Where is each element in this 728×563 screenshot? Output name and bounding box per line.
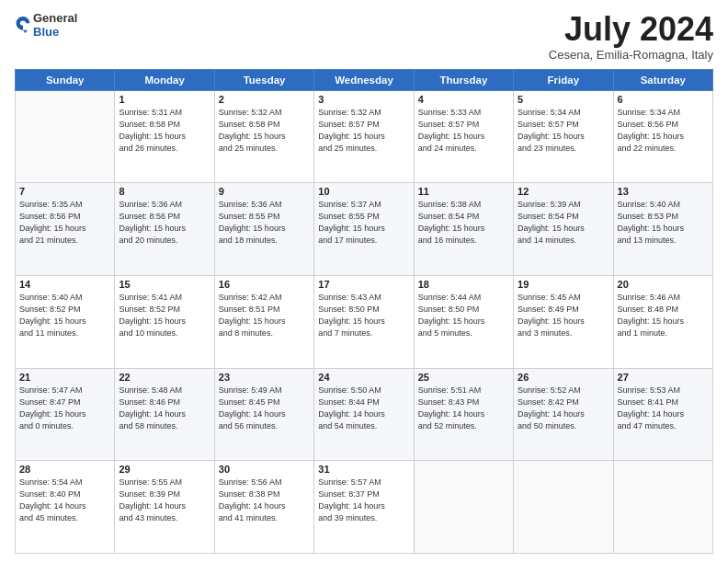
day-number: 26 [518,372,609,383]
table-row: 26Sunrise: 5:52 AM Sunset: 8:42 PM Dayli… [514,368,613,461]
day-info: Sunrise: 5:56 AM Sunset: 8:38 PM Dayligh… [219,477,310,524]
table-row: 19Sunrise: 5:45 AM Sunset: 8:49 PM Dayli… [514,275,613,368]
day-number: 16 [219,279,310,290]
day-number: 19 [518,279,609,290]
table-row: 30Sunrise: 5:56 AM Sunset: 8:38 PM Dayli… [214,461,313,554]
table-row: 16Sunrise: 5:42 AM Sunset: 8:51 PM Dayli… [214,275,313,368]
day-info: Sunrise: 5:32 AM Sunset: 8:57 PM Dayligh… [318,107,409,155]
table-row: 14Sunrise: 5:40 AM Sunset: 8:52 PM Dayli… [16,275,115,368]
day-info: Sunrise: 5:33 AM Sunset: 8:57 PM Dayligh… [418,107,509,155]
day-number: 20 [618,279,709,290]
table-row: 22Sunrise: 5:48 AM Sunset: 8:46 PM Dayli… [115,368,214,461]
day-info: Sunrise: 5:36 AM Sunset: 8:55 PM Dayligh… [219,199,310,247]
day-info: Sunrise: 5:50 AM Sunset: 8:44 PM Dayligh… [318,385,409,432]
day-number: 6 [618,94,709,105]
table-row: 5Sunrise: 5:34 AM Sunset: 8:57 PM Daylig… [514,90,613,183]
col-monday: Monday [115,69,214,90]
day-number: 21 [19,372,110,383]
day-number: 25 [418,372,509,383]
day-number: 28 [19,464,110,475]
logo-text: General Blue [33,11,77,39]
day-info: Sunrise: 5:43 AM Sunset: 8:50 PM Dayligh… [318,292,409,339]
table-row [514,461,613,554]
table-row: 31Sunrise: 5:57 AM Sunset: 8:37 PM Dayli… [314,461,414,554]
day-info: Sunrise: 5:55 AM Sunset: 8:39 PM Dayligh… [119,477,210,524]
day-number: 23 [219,372,310,383]
day-number: 30 [219,464,310,475]
table-row: 1Sunrise: 5:31 AM Sunset: 8:58 PM Daylig… [115,90,214,183]
table-row: 20Sunrise: 5:46 AM Sunset: 8:48 PM Dayli… [613,275,712,368]
day-info: Sunrise: 5:44 AM Sunset: 8:50 PM Dayligh… [418,292,509,339]
day-number: 1 [119,94,210,105]
day-number: 17 [318,279,409,290]
table-row: 4Sunrise: 5:33 AM Sunset: 8:57 PM Daylig… [414,90,513,183]
table-row: 17Sunrise: 5:43 AM Sunset: 8:50 PM Dayli… [314,275,414,368]
calendar-week-row: 28Sunrise: 5:54 AM Sunset: 8:40 PM Dayli… [16,461,713,554]
day-info: Sunrise: 5:37 AM Sunset: 8:55 PM Dayligh… [318,199,409,247]
table-row: 28Sunrise: 5:54 AM Sunset: 8:40 PM Dayli… [16,461,115,554]
day-number: 9 [219,186,310,197]
table-row: 24Sunrise: 5:50 AM Sunset: 8:44 PM Dayli… [314,368,414,461]
day-number: 8 [119,186,210,197]
logo-icon [15,15,31,35]
table-row: 29Sunrise: 5:55 AM Sunset: 8:39 PM Dayli… [115,461,214,554]
day-info: Sunrise: 5:35 AM Sunset: 8:56 PM Dayligh… [19,199,110,247]
col-thursday: Thursday [414,69,513,90]
logo-blue-text: Blue [33,25,77,39]
day-number: 3 [318,94,409,105]
table-row: 15Sunrise: 5:41 AM Sunset: 8:52 PM Dayli… [115,275,214,368]
table-row: 23Sunrise: 5:49 AM Sunset: 8:45 PM Dayli… [214,368,313,461]
calendar-week-row: 14Sunrise: 5:40 AM Sunset: 8:52 PM Dayli… [16,275,713,368]
day-info: Sunrise: 5:38 AM Sunset: 8:54 PM Dayligh… [418,199,509,247]
subtitle: Cesena, Emilia-Romagna, Italy [549,48,713,62]
table-row: 12Sunrise: 5:39 AM Sunset: 8:54 PM Dayli… [514,183,613,276]
day-info: Sunrise: 5:32 AM Sunset: 8:58 PM Dayligh… [219,107,310,155]
calendar-week-row: 7Sunrise: 5:35 AM Sunset: 8:56 PM Daylig… [16,183,713,276]
table-row [613,461,712,554]
day-number: 18 [418,279,509,290]
col-friday: Friday [514,69,613,90]
day-info: Sunrise: 5:51 AM Sunset: 8:43 PM Dayligh… [418,385,509,432]
day-info: Sunrise: 5:47 AM Sunset: 8:47 PM Dayligh… [19,385,110,432]
day-number: 24 [318,372,409,383]
day-number: 14 [19,279,110,290]
day-info: Sunrise: 5:39 AM Sunset: 8:54 PM Dayligh… [518,199,609,247]
day-info: Sunrise: 5:53 AM Sunset: 8:41 PM Dayligh… [618,385,709,432]
day-number: 13 [618,186,709,197]
day-number: 7 [19,186,110,197]
day-number: 22 [119,372,210,383]
day-info: Sunrise: 5:45 AM Sunset: 8:49 PM Dayligh… [518,292,609,339]
day-number: 29 [119,464,210,475]
table-row: 2Sunrise: 5:32 AM Sunset: 8:58 PM Daylig… [214,90,313,183]
table-row [16,90,115,183]
table-row: 21Sunrise: 5:47 AM Sunset: 8:47 PM Dayli… [16,368,115,461]
day-number: 5 [518,94,609,105]
day-info: Sunrise: 5:46 AM Sunset: 8:48 PM Dayligh… [618,292,709,339]
month-title: July 2024 [549,11,713,48]
day-info: Sunrise: 5:48 AM Sunset: 8:46 PM Dayligh… [119,385,210,432]
col-sunday: Sunday [16,69,115,90]
day-info: Sunrise: 5:36 AM Sunset: 8:56 PM Dayligh… [119,199,210,247]
page: General Blue July 2024 Cesena, Emilia-Ro… [0,0,728,563]
table-row: 11Sunrise: 5:38 AM Sunset: 8:54 PM Dayli… [414,183,513,276]
table-row: 8Sunrise: 5:36 AM Sunset: 8:56 PM Daylig… [115,183,214,276]
table-row: 6Sunrise: 5:34 AM Sunset: 8:56 PM Daylig… [613,90,712,183]
day-number: 15 [119,279,210,290]
day-info: Sunrise: 5:40 AM Sunset: 8:53 PM Dayligh… [618,199,709,247]
day-info: Sunrise: 5:41 AM Sunset: 8:52 PM Dayligh… [119,292,210,339]
table-row: 3Sunrise: 5:32 AM Sunset: 8:57 PM Daylig… [314,90,414,183]
table-row: 9Sunrise: 5:36 AM Sunset: 8:55 PM Daylig… [214,183,313,276]
day-info: Sunrise: 5:52 AM Sunset: 8:42 PM Dayligh… [518,385,609,432]
table-row: 25Sunrise: 5:51 AM Sunset: 8:43 PM Dayli… [414,368,513,461]
calendar-header-row: Sunday Monday Tuesday Wednesday Thursday… [16,69,713,90]
col-tuesday: Tuesday [214,69,313,90]
calendar-table: Sunday Monday Tuesday Wednesday Thursday… [15,69,713,554]
table-row [414,461,513,554]
day-info: Sunrise: 5:34 AM Sunset: 8:57 PM Dayligh… [518,107,609,155]
day-number: 27 [618,372,709,383]
day-info: Sunrise: 5:54 AM Sunset: 8:40 PM Dayligh… [19,477,110,524]
col-wednesday: Wednesday [314,69,414,90]
day-info: Sunrise: 5:57 AM Sunset: 8:37 PM Dayligh… [318,477,409,524]
day-info: Sunrise: 5:49 AM Sunset: 8:45 PM Dayligh… [219,385,310,432]
table-row: 7Sunrise: 5:35 AM Sunset: 8:56 PM Daylig… [16,183,115,276]
